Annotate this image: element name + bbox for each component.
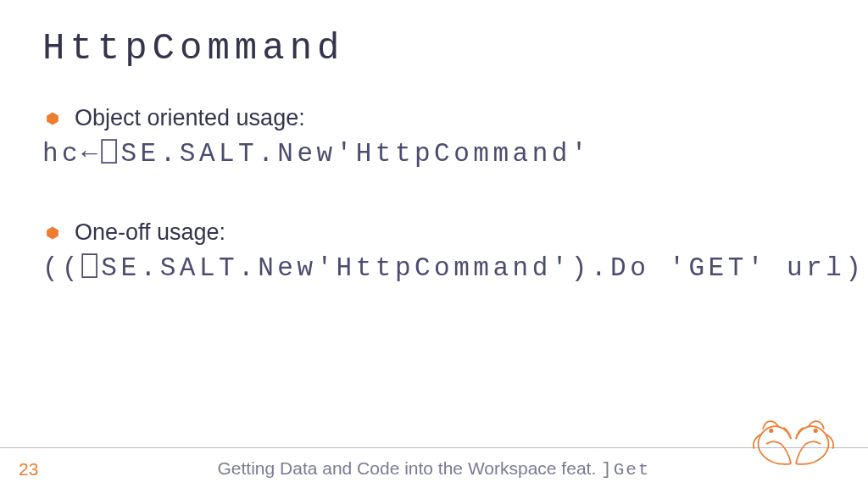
- svg-point-3: [814, 430, 816, 432]
- code-line: hc←⎕SE.SALT.New'HttpCommand': [42, 136, 831, 169]
- bullet-label: Object oriented usage:: [75, 105, 305, 131]
- footer-caption-mono: ]Get: [601, 460, 650, 480]
- footer-caption-text: Getting Data and Code into the Workspace…: [218, 458, 602, 478]
- slide: HttpCommand Object oriented usage: hc←⎕S…: [0, 0, 868, 488]
- bullet-item: One-off usage:: [42, 219, 831, 246]
- footer-caption: Getting Data and Code into the Workspace…: [0, 458, 868, 480]
- svg-marker-0: [47, 112, 58, 125]
- bullet-label: One-off usage:: [75, 219, 225, 246]
- footer: 23 Getting Data and Code into the Worksp…: [0, 447, 868, 488]
- svg-marker-1: [47, 226, 58, 239]
- code-line: ((⎕SE.SALT.New'HttpCommand').Do 'GET' ur…: [42, 251, 831, 283]
- dyalog-birds-logo-icon: [743, 417, 844, 471]
- svg-point-2: [770, 430, 772, 432]
- slide-title: HttpCommand: [42, 27, 831, 69]
- hexagon-bullet-icon: [46, 226, 59, 240]
- bullet-item: Object oriented usage:: [42, 105, 831, 131]
- hexagon-bullet-icon: [46, 112, 59, 125]
